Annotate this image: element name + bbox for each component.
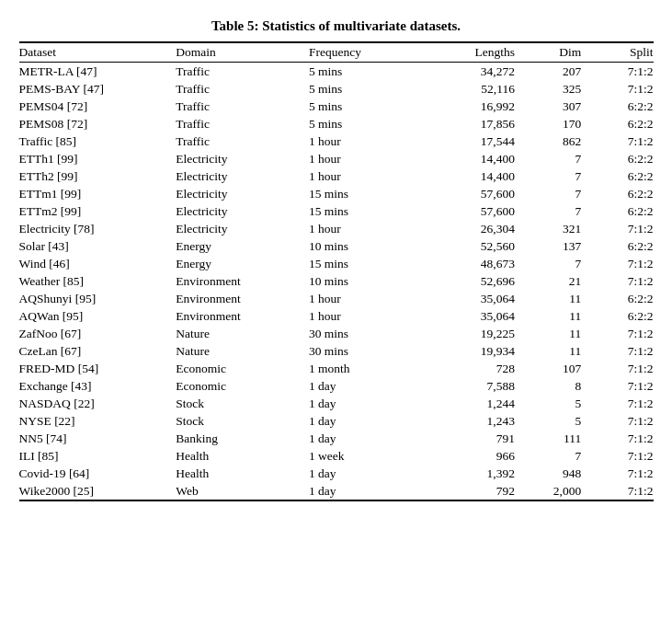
- table-cell: 16,992: [429, 98, 520, 115]
- table-cell: 6:2:2: [587, 115, 653, 132]
- table-cell: 19,225: [429, 325, 520, 342]
- table-cell: 5 mins: [309, 80, 429, 98]
- table-cell: 7:1:2: [587, 80, 653, 98]
- table-cell: 728: [429, 360, 520, 377]
- table-cell: Economic: [176, 360, 309, 377]
- table-cell: 1 day: [309, 482, 429, 500]
- col-header-dataset: Dataset: [19, 42, 177, 63]
- table-cell: Traffic: [176, 80, 309, 98]
- table-cell: 1 hour: [309, 132, 429, 150]
- col-header-len: Lengths: [429, 42, 520, 63]
- table-cell: Web: [176, 482, 309, 500]
- table-cell: ZafNoo [67]: [19, 325, 177, 342]
- table-cell: 1 day: [309, 430, 429, 447]
- table-cell: 792: [429, 482, 520, 500]
- table-cell: FRED-MD [54]: [19, 360, 177, 377]
- table-cell: Nature: [176, 325, 309, 342]
- table-cell: 10 mins: [309, 237, 429, 255]
- table-cell: 7:1:2: [587, 360, 653, 377]
- table-cell: 6:2:2: [587, 290, 653, 307]
- table-cell: 1 hour: [309, 220, 429, 237]
- table-cell: 5: [520, 412, 587, 430]
- table-cell: Electricity: [176, 167, 309, 185]
- table-cell: Energy: [176, 237, 309, 255]
- table-cell: CzeLan [67]: [19, 342, 177, 360]
- table-cell: 7:1:2: [587, 377, 653, 395]
- table-cell: 6:2:2: [587, 98, 653, 115]
- table-cell: 14,400: [429, 167, 520, 185]
- table-cell: 7:1:2: [587, 395, 653, 412]
- table-cell: 11: [520, 290, 587, 307]
- table-title: Table 5: Statistics of multivariate data…: [19, 18, 654, 34]
- table-cell: 966: [429, 447, 520, 465]
- table-cell: 15 mins: [309, 202, 429, 220]
- table-cell: 1,392: [429, 465, 520, 482]
- table-cell: Stock: [176, 412, 309, 430]
- table-cell: 5 mins: [309, 63, 429, 81]
- table-cell: 7: [520, 447, 587, 465]
- table-cell: 11: [520, 342, 587, 360]
- table-cell: ETTh2 [99]: [19, 167, 177, 185]
- table-cell: 7:1:2: [587, 430, 653, 447]
- table-cell: 17,544: [429, 132, 520, 150]
- table-cell: 7: [520, 150, 587, 167]
- table-cell: PEMS04 [72]: [19, 98, 177, 115]
- table-cell: 170: [520, 115, 587, 132]
- table-cell: Covid-19 [64]: [19, 465, 177, 482]
- table-cell: Wind [46]: [19, 255, 177, 272]
- table-cell: Environment: [176, 272, 309, 290]
- table-cell: PEMS-BAY [47]: [19, 80, 177, 98]
- table-cell: 111: [520, 430, 587, 447]
- table-cell: 52,116: [429, 80, 520, 98]
- table-cell: 19,934: [429, 342, 520, 360]
- table-cell: PEMS08 [72]: [19, 115, 177, 132]
- col-header-split: Split: [587, 42, 653, 63]
- table-cell: 325: [520, 80, 587, 98]
- table-cell: ETTm1 [99]: [19, 185, 177, 202]
- table-cell: 17,856: [429, 115, 520, 132]
- table-cell: 207: [520, 63, 587, 81]
- table-cell: 1 hour: [309, 150, 429, 167]
- table-cell: 30 mins: [309, 325, 429, 342]
- table-cell: 7:1:2: [587, 325, 653, 342]
- table-cell: AQShunyi [95]: [19, 290, 177, 307]
- table-cell: Environment: [176, 307, 309, 325]
- table-cell: 6:2:2: [587, 202, 653, 220]
- table-cell: 1 hour: [309, 290, 429, 307]
- table-cell: Health: [176, 465, 309, 482]
- table-cell: 321: [520, 220, 587, 237]
- table-cell: Traffic: [176, 98, 309, 115]
- table-cell: 7:1:2: [587, 272, 653, 290]
- table-cell: 1 week: [309, 447, 429, 465]
- table-cell: NASDAQ [22]: [19, 395, 177, 412]
- table-cell: Electricity [78]: [19, 220, 177, 237]
- table-cell: Electricity: [176, 150, 309, 167]
- table-cell: 7: [520, 255, 587, 272]
- table-cell: Banking: [176, 430, 309, 447]
- table-cell: 14,400: [429, 150, 520, 167]
- table-cell: Electricity: [176, 220, 309, 237]
- table-cell: 52,560: [429, 237, 520, 255]
- table-cell: 862: [520, 132, 587, 150]
- table-cell: NN5 [74]: [19, 430, 177, 447]
- table-cell: 7: [520, 202, 587, 220]
- table-cell: AQWan [95]: [19, 307, 177, 325]
- table-cell: 2,000: [520, 482, 587, 500]
- table-cell: 5 mins: [309, 115, 429, 132]
- table-cell: Wike2000 [25]: [19, 482, 177, 500]
- table-cell: 7:1:2: [587, 342, 653, 360]
- table-cell: 10 mins: [309, 272, 429, 290]
- table-cell: 7: [520, 185, 587, 202]
- table-cell: Traffic: [176, 132, 309, 150]
- table-cell: 57,600: [429, 185, 520, 202]
- table-cell: 1,243: [429, 412, 520, 430]
- table-cell: 7:1:2: [587, 63, 653, 81]
- table-cell: 107: [520, 360, 587, 377]
- table-cell: Exchange [43]: [19, 377, 177, 395]
- table-cell: 137: [520, 237, 587, 255]
- table-cell: 1 month: [309, 360, 429, 377]
- table-cell: Nature: [176, 342, 309, 360]
- table-cell: 948: [520, 465, 587, 482]
- table-cell: 307: [520, 98, 587, 115]
- table-cell: Traffic [85]: [19, 132, 177, 150]
